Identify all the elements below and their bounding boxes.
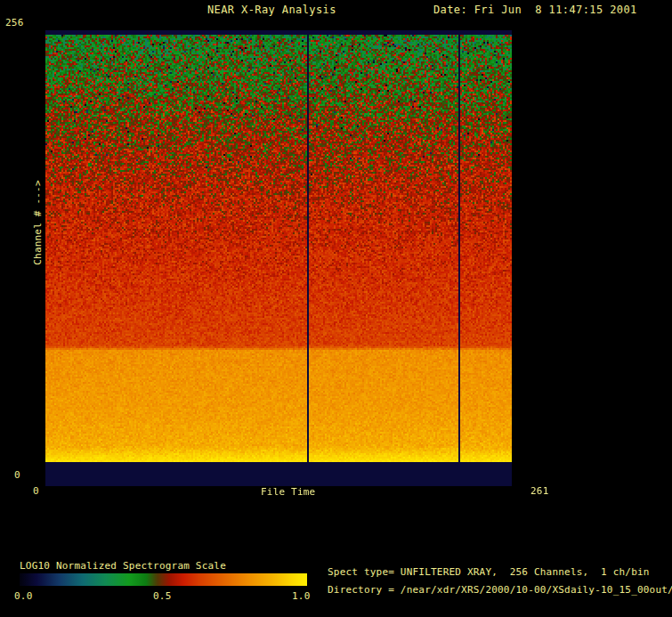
x-axis-label: File Time (261, 487, 315, 498)
y-axis-label: Channel # ---> (32, 180, 44, 265)
colorbar-gradient (20, 573, 307, 586)
spect-type-info: Spect type= UNFILTERED XRAY, 256 Channel… (328, 567, 650, 578)
x-axis-tick-max: 261 (530, 486, 548, 497)
colorbar-title: LOG10 Normalized Spectrogram Scale (20, 561, 226, 572)
colorbar-tick-1: 1.0 (292, 591, 310, 602)
date-stamp: Date: Fri Jun 8 11:47:15 2001 (433, 4, 637, 16)
spectrogram-heatmap (45, 30, 512, 486)
x-axis-tick-min: 0 (33, 486, 39, 497)
y-axis-tick-min: 0 (14, 470, 20, 481)
colorbar-tick-0: 0.0 (14, 591, 32, 602)
page-title: NEAR X-Ray Analysis (207, 4, 336, 16)
colorbar-tick-05: 0.5 (153, 591, 171, 602)
directory-info: Directory = /near/xdr/XRS/2000/10-00/XSd… (328, 585, 672, 596)
near-xray-analysis-window: { "header": { "title": "NEAR X-Ray Analy… (0, 0, 672, 617)
y-axis-tick-max: 256 (5, 18, 23, 28)
